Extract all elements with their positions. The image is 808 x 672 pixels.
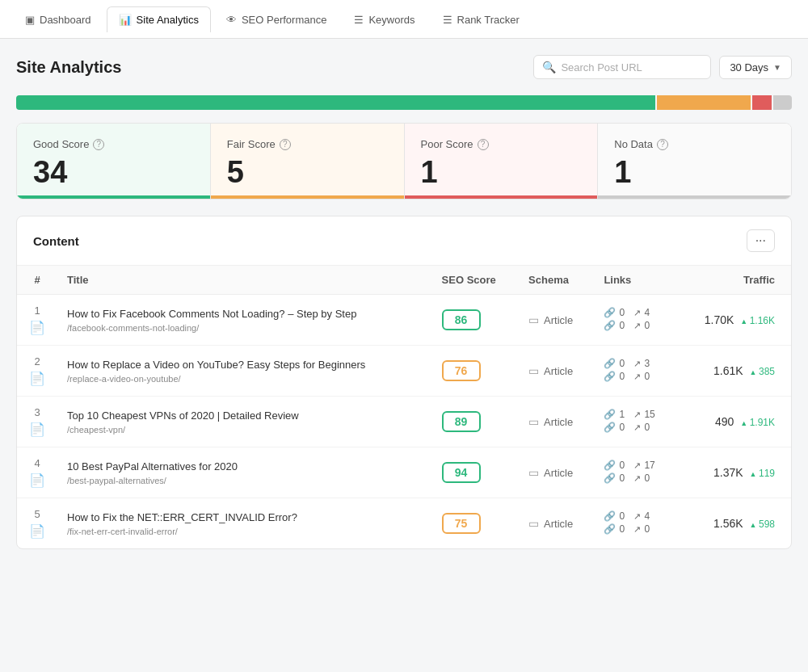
score-value-good: 34 [33,157,194,187]
nav-tab-keywords[interactable]: ☰Keywords [342,6,427,32]
table-body: 1📄How to Fix Facebook Comments Not Loadi… [17,295,791,549]
row-number: 2 [34,355,40,368]
ext-icon: ↗ [633,308,641,318]
content-table: # Title SEO Score Schema Links Traffic 1… [17,266,791,548]
ext-icon: ↗ [633,460,641,471]
links-out: 3 [644,358,650,369]
traffic-main: 1.61K [713,364,743,377]
seo-score-badge: 76 [442,360,481,381]
search-input[interactable] [561,61,702,74]
seo-score-badge: 75 [442,513,481,534]
cell-title: How to Fix the NET::ERR_CERT_INVALID Err… [57,498,432,549]
link-icon: 🔗 [604,510,616,522]
schema-icon: ▭ [528,313,539,326]
cell-traffic: 1.56K 598 [677,498,791,549]
post-title[interactable]: How to Fix Facebook Comments Not Loading… [67,307,423,321]
score-cards: Good Score ?34Fair Score ?5Poor Score ?1… [16,123,792,200]
post-url: /replace-a-video-on-youtube/ [67,374,423,384]
th-title: Title [57,266,432,295]
cell-links: 🔗0 ↗3 🔗0 ↗0 [594,346,677,397]
broken-out-icon: ↗ [633,422,641,433]
table-header-row: # Title SEO Score Schema Links Traffic [17,266,791,295]
page-title: Site Analytics [16,58,121,77]
progress-poor [752,95,771,110]
score-label-good: Good Score ? [33,138,194,150]
nav-tab-rank-tracker[interactable]: ☰Rank Tracker [431,6,532,32]
links-in: 0 [619,358,625,369]
content-section: Content ··· # Title SEO Score Schema Lin… [16,216,792,549]
broken-out-icon: ↗ [633,473,641,484]
cell-seo-score: 75 [432,498,520,549]
seo-performance-icon: 👁 [226,14,237,26]
table-row: 5📄How to Fix the NET::ERR_CERT_INVALID E… [17,498,791,549]
links-out: 4 [644,510,650,522]
broken-out-icon: ↗ [633,524,641,535]
seo-score-badge: 89 [442,411,481,432]
traffic-main: 1.70K [705,313,734,326]
traffic-main: 1.37K [713,466,743,479]
post-url: /facebook-comments-not-loading/ [67,323,423,333]
cell-seo-score: 76 [432,346,520,397]
content-title: Content [33,234,79,248]
cell-title: Top 10 Cheapest VPNs of 2020 | Detailed … [57,397,432,447]
score-label-fair: Fair Score ? [227,138,388,150]
traffic-change: 598 [750,519,775,530]
nav-tab-site-analytics[interactable]: 📊Site Analytics [107,6,211,32]
ext-icon: ↗ [633,511,641,522]
score-card-poor: Poor Score ?1 [405,124,599,199]
cell-traffic: 1.70K 1.16K [677,295,791,346]
broken-in: 0 [619,422,625,433]
score-progress-bar [16,95,792,110]
cell-seo-score: 94 [432,447,520,498]
progress-fair [657,95,751,110]
cell-links: 🔗0 ↗4 🔗0 ↗0 [594,295,677,346]
help-icon-fair[interactable]: ? [280,139,291,150]
post-title[interactable]: How to Replace a Video on YouTube? Easy … [67,358,423,372]
score-card-fair: Fair Score ?5 [211,124,405,199]
nav-tab-dashboard[interactable]: ▣Dashboard [13,6,103,32]
links-out: 15 [644,409,654,420]
nav-tab-label-site-analytics: Site Analytics [137,14,199,26]
nav-tab-seo-performance[interactable]: 👁SEO Performance [214,6,339,32]
ext-icon: ↗ [633,410,641,420]
table-row: 4📄10 Best PayPal Alternatives for 2020/b… [17,447,791,498]
cell-number: 2📄 [17,346,57,397]
broken-in: 0 [619,320,625,331]
cell-traffic: 490 1.91K [677,397,791,447]
help-icon-good[interactable]: ? [93,139,104,150]
progress-nodata [773,95,792,110]
score-value-poor: 1 [421,157,582,187]
score-value-fair: 5 [227,157,388,187]
row-number: 3 [34,406,40,418]
help-icon-poor[interactable]: ? [478,139,489,150]
traffic-main: 490 [715,415,734,428]
broken-out-icon: ↗ [633,372,641,382]
post-title[interactable]: How to Fix the NET::ERR_CERT_INVALID Err… [67,510,423,525]
post-url: /cheapest-vpn/ [67,425,423,435]
score-label-poor: Poor Score ? [421,138,582,150]
doc-icon: 📄 [27,320,48,335]
row-number: 4 [34,457,40,469]
post-title[interactable]: Top 10 Cheapest VPNs of 2020 | Detailed … [67,409,423,423]
post-url: /best-paypal-alternatives/ [67,476,423,485]
schema-type: Article [544,416,573,428]
days-dropdown[interactable]: 30 Days ▼ [719,56,792,79]
traffic-change: 1.16K [740,315,775,326]
score-card-good: Good Score ?34 [17,124,211,199]
broken-out: 0 [644,472,650,484]
schema-type: Article [544,518,573,530]
traffic-change: 119 [750,468,775,479]
broken-link-icon: 🔗 [604,523,616,535]
links-out: 17 [644,460,654,471]
help-icon-nodata[interactable]: ? [657,139,668,150]
cell-schema: ▭Article [519,346,594,397]
broken-in: 0 [619,523,625,535]
post-title[interactable]: 10 Best PayPal Alternatives for 2020 [67,460,423,474]
links-in: 0 [619,510,625,522]
more-options-button[interactable]: ··· [747,229,775,252]
cell-schema: ▭Article [519,498,594,549]
seo-score-badge: 86 [442,309,481,330]
th-schema: Schema [519,266,594,295]
broken-out: 0 [644,371,650,382]
cell-number: 1📄 [17,295,57,346]
